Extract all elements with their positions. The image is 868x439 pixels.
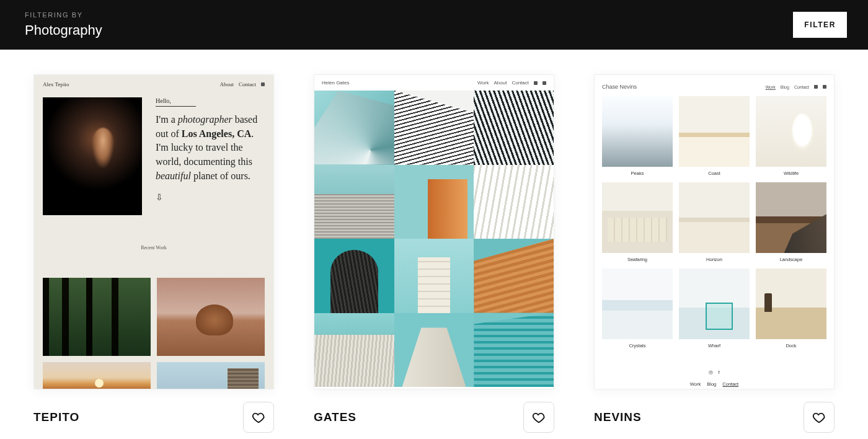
gallery-thumb (314, 239, 394, 313)
gallery-thumb (602, 182, 673, 253)
gallery-thumb (394, 313, 474, 388)
mini-nav-link: Contact (512, 80, 529, 86)
template-card-gates: Helen Gates Work About Contact (314, 74, 554, 433)
gallery-thumb (474, 313, 554, 388)
gallery-caption: Landscape (756, 257, 826, 262)
favorite-button[interactable] (523, 402, 554, 433)
favorite-button[interactable] (804, 402, 835, 433)
mini-brand: Helen Gates (322, 80, 349, 86)
footer-link: Blog (707, 381, 716, 387)
mini-brand: Alex Tepito (43, 81, 69, 87)
social-row: ◎ f (602, 370, 826, 375)
mini-nav-link: About (220, 81, 234, 87)
template-preview-nevins[interactable]: Chase Nevins Work Blog Contact Peaks Coa… (594, 74, 835, 389)
mini-nav-link: About (494, 80, 507, 86)
menu-icon (261, 82, 265, 86)
mini-nav: Chase Nevins Work Blog Contact (602, 84, 826, 96)
gallery-thumb (314, 313, 394, 388)
social-icon (814, 85, 818, 89)
heart-icon (812, 410, 826, 424)
gallery-thumb (756, 182, 826, 253)
gallery-caption: Wildlife (756, 171, 826, 176)
gallery-thumb (394, 165, 474, 239)
template-title: NEVINS (594, 410, 642, 424)
tagline-text: I'm a photographer based out of Los Ange… (156, 113, 265, 184)
template-card-nevins: Chase Nevins Work Blog Contact Peaks Coa… (594, 74, 835, 433)
template-grid: Alex Tepito About Contact Hello, I'm a p… (0, 50, 868, 439)
portrait-image (43, 97, 142, 215)
filter-button[interactable]: FILTER (793, 12, 847, 38)
cart-icon (534, 81, 538, 85)
gallery-thumb (679, 96, 750, 167)
mini-nav-link: Blog (781, 85, 789, 89)
scroll-down-icon: ⇩ (156, 192, 265, 203)
gallery-thumb (43, 278, 151, 356)
gallery-thumb (314, 91, 394, 165)
filter-bar: FILTERING BY Photography FILTER (0, 0, 868, 50)
heart-icon (252, 410, 265, 424)
gallery-thumb (394, 91, 474, 165)
gallery-thumb (756, 96, 826, 167)
gallery-thumb (157, 278, 265, 356)
gallery-thumb (394, 239, 474, 313)
gallery-thumb (474, 165, 554, 239)
mini-brand: Chase Nevins (602, 84, 637, 90)
footer-link: Work (690, 381, 701, 387)
gallery-caption: Coast (679, 171, 750, 176)
template-card-tepito: Alex Tepito About Contact Hello, I'm a p… (33, 74, 274, 433)
template-title: GATES (314, 410, 356, 424)
filter-label: FILTERING BY (25, 11, 102, 19)
gallery-caption: Crystals (602, 343, 673, 348)
footer-link: Contact (722, 381, 738, 387)
template-preview-gates[interactable]: Helen Gates Work About Contact (314, 74, 554, 389)
filter-value: Photography (25, 22, 102, 38)
heart-icon (532, 410, 546, 424)
hello-label: Hello, (156, 97, 196, 107)
favorite-button[interactable] (243, 402, 274, 433)
gallery-thumb (602, 96, 673, 167)
menu-icon (542, 81, 546, 85)
gallery-caption: Wharf (679, 343, 750, 348)
gallery-thumb (679, 268, 750, 339)
facebook-icon: f (719, 370, 720, 375)
template-preview-tepito[interactable]: Alex Tepito About Contact Hello, I'm a p… (33, 74, 274, 389)
section-label: Recent Work (34, 245, 273, 251)
footer-links: Work Blog Contact (602, 381, 826, 387)
gallery-thumb (756, 268, 826, 339)
mini-nav-link: Contact (239, 81, 256, 87)
gallery-thumb (474, 239, 554, 313)
gallery-thumb (602, 268, 673, 339)
gallery-caption: Dock (756, 343, 826, 348)
gallery-caption: Seafaring (602, 257, 673, 262)
mini-nav: Alex Tepito About Contact (34, 75, 273, 94)
mini-nav-link: Contact (794, 85, 809, 89)
gallery-thumb (314, 165, 394, 239)
search-icon (823, 85, 826, 89)
gallery-thumb (474, 91, 554, 165)
gallery-thumb (679, 182, 750, 253)
gallery-thumb (43, 362, 151, 389)
gallery-caption: Horizon (679, 257, 750, 262)
mini-nav: Helen Gates Work About Contact (314, 75, 554, 91)
instagram-icon: ◎ (709, 370, 713, 375)
gallery-thumb (157, 362, 265, 389)
mini-nav-link: Work (477, 80, 489, 86)
template-title: TEPITO (33, 410, 79, 424)
gallery-caption: Peaks (602, 171, 673, 176)
mini-nav-link: Work (766, 85, 776, 89)
